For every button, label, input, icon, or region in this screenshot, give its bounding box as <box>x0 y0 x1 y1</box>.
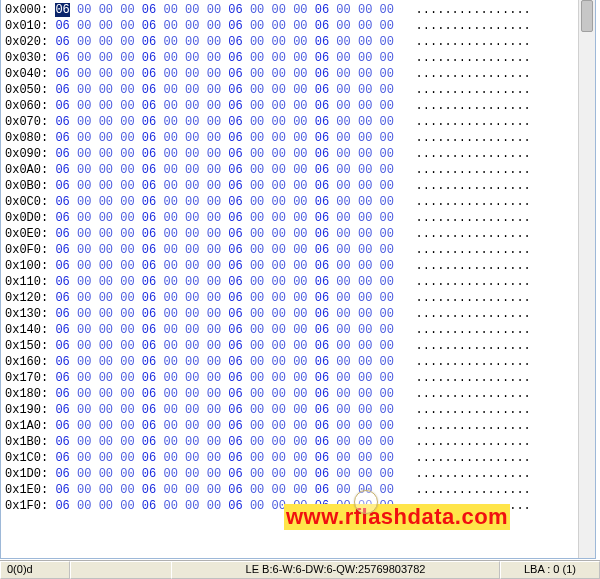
hex-byte[interactable]: 00 <box>185 435 199 449</box>
hex-byte[interactable]: 06 <box>315 483 329 497</box>
hex-byte[interactable]: 00 <box>163 419 177 433</box>
hex-byte[interactable]: 06 <box>142 147 156 161</box>
hex-byte[interactable]: 00 <box>380 403 394 417</box>
hex-byte[interactable]: 00 <box>99 67 113 81</box>
hex-byte[interactable]: 06 <box>228 467 242 481</box>
hex-row[interactable]: 0x140: 06 00 00 00 06 00 00 00 06 00 00 … <box>5 322 575 338</box>
hex-byte[interactable]: 00 <box>250 83 264 97</box>
hex-byte[interactable]: 00 <box>120 67 134 81</box>
hex-byte[interactable]: 00 <box>120 227 134 241</box>
hex-byte[interactable]: 00 <box>120 419 134 433</box>
hex-byte[interactable]: 00 <box>207 387 221 401</box>
hex-byte[interactable]: 00 <box>185 179 199 193</box>
ascii-column[interactable]: ................ <box>401 275 531 289</box>
hex-byte[interactable]: 06 <box>315 211 329 225</box>
hex-byte[interactable]: 06 <box>315 179 329 193</box>
hex-byte[interactable]: 00 <box>120 35 134 49</box>
hex-byte[interactable]: 00 <box>358 259 372 273</box>
hex-byte[interactable]: 00 <box>120 243 134 257</box>
hex-row[interactable]: 0x050: 06 00 00 00 06 00 00 00 06 00 00 … <box>5 82 575 98</box>
hex-row[interactable]: 0x090: 06 00 00 00 06 00 00 00 06 00 00 … <box>5 146 575 162</box>
hex-byte[interactable]: 00 <box>380 115 394 129</box>
hex-row[interactable]: 0x1C0: 06 00 00 00 06 00 00 00 06 00 00 … <box>5 450 575 466</box>
hex-byte[interactable]: 00 <box>163 467 177 481</box>
hex-byte[interactable]: 00 <box>185 147 199 161</box>
hex-byte[interactable]: 06 <box>142 227 156 241</box>
hex-byte[interactable]: 06 <box>228 451 242 465</box>
hex-byte[interactable]: 00 <box>207 435 221 449</box>
hex-byte[interactable]: 00 <box>336 211 350 225</box>
hex-byte[interactable]: 00 <box>77 51 91 65</box>
hex-byte[interactable]: 00 <box>380 3 394 17</box>
hex-byte[interactable]: 00 <box>207 451 221 465</box>
hex-byte[interactable]: 00 <box>272 35 286 49</box>
hex-byte[interactable]: 00 <box>380 211 394 225</box>
hex-byte[interactable]: 06 <box>228 51 242 65</box>
hex-byte[interactable]: 00 <box>207 131 221 145</box>
hex-byte[interactable]: 00 <box>207 403 221 417</box>
hex-byte[interactable]: 00 <box>272 403 286 417</box>
ascii-column[interactable]: ................ <box>401 483 531 497</box>
hex-byte[interactable]: 00 <box>380 323 394 337</box>
hex-byte[interactable]: 06 <box>55 499 69 513</box>
hex-byte[interactable]: 00 <box>358 483 372 497</box>
hex-byte[interactable]: 06 <box>55 195 69 209</box>
hex-byte[interactable]: 00 <box>358 83 372 97</box>
hex-byte[interactable]: 00 <box>185 403 199 417</box>
hex-row[interactable]: 0x010: 06 00 00 00 06 00 00 00 06 00 00 … <box>5 18 575 34</box>
hex-row[interactable]: 0x080: 06 00 00 00 06 00 00 00 06 00 00 … <box>5 130 575 146</box>
hex-byte[interactable]: 00 <box>99 131 113 145</box>
hex-byte[interactable]: 00 <box>272 339 286 353</box>
hex-byte[interactable]: 06 <box>228 99 242 113</box>
hex-byte[interactable]: 06 <box>55 339 69 353</box>
hex-row[interactable]: 0x120: 06 00 00 00 06 00 00 00 06 00 00 … <box>5 290 575 306</box>
hex-byte[interactable]: 06 <box>315 83 329 97</box>
hex-byte[interactable]: 06 <box>55 371 69 385</box>
ascii-column[interactable]: ................ <box>401 131 531 145</box>
hex-byte[interactable]: 00 <box>293 435 307 449</box>
hex-byte[interactable]: 06 <box>315 35 329 49</box>
hex-byte[interactable]: 06 <box>315 259 329 273</box>
ascii-column[interactable]: ................ <box>401 83 531 97</box>
hex-byte[interactable]: 00 <box>293 99 307 113</box>
hex-byte[interactable]: 00 <box>272 83 286 97</box>
hex-byte[interactable]: 00 <box>336 19 350 33</box>
hex-byte[interactable]: 06 <box>55 67 69 81</box>
hex-byte[interactable]: 06 <box>228 83 242 97</box>
hex-byte[interactable]: 00 <box>185 339 199 353</box>
hex-byte[interactable]: 00 <box>380 451 394 465</box>
hex-byte[interactable]: 00 <box>293 195 307 209</box>
hex-byte[interactable]: 00 <box>77 211 91 225</box>
ascii-column[interactable]: ................ <box>401 323 531 337</box>
ascii-column[interactable]: ................ <box>401 307 531 321</box>
hex-byte[interactable]: 00 <box>380 227 394 241</box>
hex-byte[interactable]: 00 <box>272 259 286 273</box>
hex-byte[interactable]: 06 <box>55 323 69 337</box>
hex-byte[interactable]: 00 <box>99 451 113 465</box>
hex-byte[interactable]: 00 <box>185 19 199 33</box>
hex-byte[interactable]: 00 <box>77 259 91 273</box>
hex-byte[interactable]: 00 <box>207 35 221 49</box>
hex-byte[interactable]: 00 <box>99 19 113 33</box>
hex-byte[interactable]: 00 <box>250 115 264 129</box>
hex-byte[interactable]: 00 <box>99 211 113 225</box>
hex-byte[interactable]: 06 <box>228 275 242 289</box>
hex-byte[interactable]: 00 <box>163 19 177 33</box>
hex-byte[interactable]: 00 <box>336 483 350 497</box>
hex-byte[interactable]: 00 <box>207 419 221 433</box>
hex-byte[interactable]: 00 <box>185 307 199 321</box>
hex-byte[interactable]: 00 <box>207 467 221 481</box>
hex-byte[interactable]: 00 <box>250 163 264 177</box>
hex-rows-area[interactable]: 0x000: 06 00 00 00 06 00 00 00 06 00 00 … <box>1 0 579 558</box>
hex-byte[interactable]: 00 <box>207 211 221 225</box>
hex-byte[interactable]: 00 <box>293 371 307 385</box>
hex-byte[interactable]: 00 <box>77 243 91 257</box>
hex-byte[interactable]: 06 <box>315 243 329 257</box>
hex-byte[interactable]: 00 <box>293 211 307 225</box>
hex-byte[interactable]: 00 <box>358 163 372 177</box>
hex-byte[interactable]: 00 <box>358 51 372 65</box>
hex-byte[interactable]: 00 <box>120 147 134 161</box>
hex-byte[interactable]: 00 <box>99 291 113 305</box>
hex-byte[interactable]: 00 <box>120 83 134 97</box>
hex-byte[interactable]: 00 <box>293 3 307 17</box>
